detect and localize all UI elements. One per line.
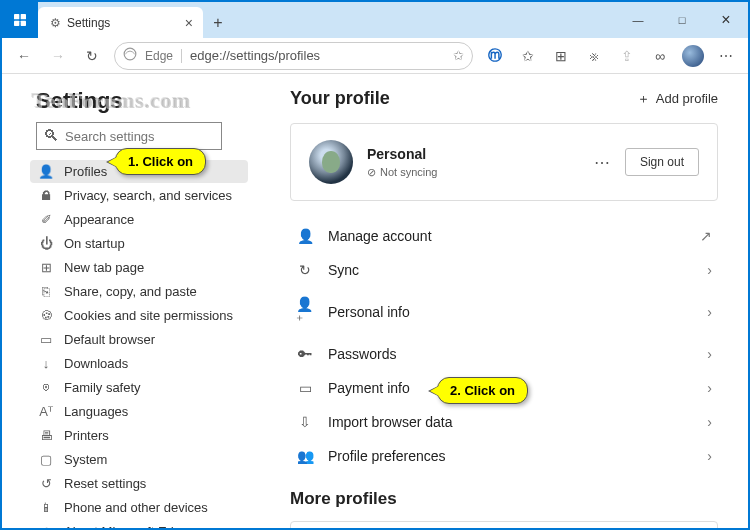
sidebar-item-system[interactable]: ▢System bbox=[30, 448, 248, 471]
minimize-button[interactable]: — bbox=[616, 2, 660, 38]
sidebar-item-printers[interactable]: 🖶︎Printers bbox=[30, 424, 248, 447]
sidebar-item-privacy[interactable]: 🔒︎Privacy, search, and services bbox=[30, 184, 248, 207]
card-icon: ▭ bbox=[296, 380, 314, 396]
search-input[interactable] bbox=[65, 129, 233, 144]
sign-out-button[interactable]: Sign out bbox=[625, 148, 699, 176]
maximize-button[interactable]: □ bbox=[660, 2, 704, 38]
tab-title: Settings bbox=[67, 16, 110, 30]
import-icon: ⇩ bbox=[296, 414, 314, 430]
content-area: Your profile ＋ Add profile Personal ⊘ No… bbox=[266, 74, 748, 528]
svg-rect-0 bbox=[14, 14, 19, 19]
sidebar-item-languages[interactable]: AᵀLanguages bbox=[30, 400, 248, 423]
sidebar-item-reset[interactable]: ↺Reset settings bbox=[30, 472, 248, 495]
profile-more-button[interactable]: ⋯ bbox=[594, 153, 611, 172]
newtab-icon: ⊞ bbox=[38, 260, 54, 275]
svg-rect-2 bbox=[14, 21, 19, 26]
sidebar-item-downloads[interactable]: ↓Downloads bbox=[30, 352, 248, 375]
link-icon[interactable]: ∞ bbox=[644, 41, 676, 71]
favorites-icon[interactable]: ✩ bbox=[512, 41, 544, 71]
extension-malwarebytes-icon[interactable]: ⓜ bbox=[479, 41, 511, 71]
sidebar-item-cookies[interactable]: 🍪︎Cookies and site permissions bbox=[30, 304, 248, 327]
profile-avatar-small[interactable] bbox=[677, 41, 709, 71]
add-profile-button[interactable]: ＋ Add profile bbox=[637, 90, 718, 108]
url-text: edge://settings/profiles bbox=[190, 48, 445, 63]
settings-sidebar: Settings 🔍︎ 👤Profiles 🔒︎Privacy, search,… bbox=[2, 74, 266, 528]
option-manage-account[interactable]: 👤Manage account↗ bbox=[290, 219, 718, 253]
lock-icon: 🔒︎ bbox=[38, 188, 54, 203]
sidebar-item-newtab[interactable]: ⊞New tab page bbox=[30, 256, 248, 279]
language-icon: Aᵀ bbox=[38, 404, 54, 419]
personal-info-icon: 👤⁺ bbox=[296, 296, 314, 328]
menu-button[interactable]: ⋯ bbox=[710, 41, 742, 71]
external-link-icon: ↗ bbox=[700, 228, 712, 244]
edge-icon: ◔ bbox=[38, 524, 54, 528]
sidebar-item-default[interactable]: ▭Default browser bbox=[30, 328, 248, 351]
add-profile-label: Add profile bbox=[656, 91, 718, 106]
current-profile-card: Personal ⊘ Not syncing ⋯ Sign out bbox=[290, 123, 718, 201]
sidebar-item-label: Languages bbox=[64, 404, 128, 419]
sidebar-title: Settings bbox=[36, 88, 248, 114]
brush-icon: ✐ bbox=[38, 212, 54, 227]
chevron-right-icon: › bbox=[707, 448, 712, 464]
callout-step-1: 1. Click on bbox=[115, 148, 206, 175]
profile-options-list: 👤Manage account↗ ↻Sync› 👤⁺Personal info›… bbox=[290, 219, 718, 473]
chevron-right-icon: › bbox=[707, 304, 712, 320]
sidebar-item-startup[interactable]: ⏻On startup bbox=[30, 232, 248, 255]
option-sync[interactable]: ↻Sync› bbox=[290, 253, 718, 287]
option-profile-preferences[interactable]: 👥Profile preferences› bbox=[290, 439, 718, 473]
close-window-button[interactable]: × bbox=[704, 2, 748, 38]
option-label: Payment info bbox=[328, 380, 410, 396]
callout-step-2: 2. Click on bbox=[437, 377, 528, 404]
option-personal-info[interactable]: 👤⁺Personal info› bbox=[290, 287, 718, 337]
sidebar-item-appearance[interactable]: ✐Appearance bbox=[30, 208, 248, 231]
sidebar-item-label: Profiles bbox=[64, 164, 107, 179]
power-icon: ⏻ bbox=[38, 236, 54, 251]
option-label: Personal info bbox=[328, 304, 410, 320]
cookies-icon: 🍪︎ bbox=[38, 308, 54, 323]
sidebar-item-share[interactable]: ⎘Share, copy, and paste bbox=[30, 280, 248, 303]
page-title: Your profile bbox=[290, 88, 390, 109]
back-button[interactable]: ← bbox=[8, 41, 40, 71]
search-settings-box[interactable]: 🔍︎ bbox=[36, 122, 222, 150]
option-import[interactable]: ⇩Import browser data› bbox=[290, 405, 718, 439]
window-controls: — □ × bbox=[616, 2, 748, 38]
system-icon: ▢ bbox=[38, 452, 54, 467]
sidebar-item-label: Cookies and site permissions bbox=[64, 308, 233, 323]
sidebar-nav: 👤Profiles 🔒︎Privacy, search, and service… bbox=[30, 160, 248, 528]
close-tab-icon[interactable]: × bbox=[185, 15, 193, 31]
forward-button[interactable]: → bbox=[42, 41, 74, 71]
content-header: Your profile ＋ Add profile bbox=[290, 88, 718, 109]
option-label: Import browser data bbox=[328, 414, 453, 430]
option-label: Passwords bbox=[328, 346, 396, 362]
share-icon[interactable]: ⇪ bbox=[611, 41, 643, 71]
sidebar-item-label: Default browser bbox=[64, 332, 155, 347]
extensions-icon[interactable]: ⨳ bbox=[578, 41, 610, 71]
titlebar: ⚙ Settings × + — □ × bbox=[2, 2, 748, 38]
phone-icon: 📱︎ bbox=[38, 500, 54, 515]
tab-manager-icon bbox=[12, 12, 28, 28]
preferences-icon: 👥 bbox=[296, 448, 314, 464]
browser-icon: ▭ bbox=[38, 332, 54, 347]
browser-tab[interactable]: ⚙ Settings × bbox=[38, 7, 203, 38]
option-passwords[interactable]: 🔑︎Passwords› bbox=[290, 337, 718, 371]
profile-avatar bbox=[309, 140, 353, 184]
svg-point-4 bbox=[124, 48, 136, 60]
sidebar-item-label: On startup bbox=[64, 236, 125, 251]
address-bar[interactable]: Edge edge://settings/profiles ✩ bbox=[114, 42, 473, 70]
sidebar-item-phone[interactable]: 📱︎Phone and other devices bbox=[30, 496, 248, 519]
sidebar-item-label: Phone and other devices bbox=[64, 500, 208, 515]
profiles-icon: 👤 bbox=[38, 164, 54, 179]
sidebar-item-label: Reset settings bbox=[64, 476, 146, 491]
sidebar-item-family[interactable]: ៙Family safety bbox=[30, 376, 248, 399]
collections-icon[interactable]: ⊞ bbox=[545, 41, 577, 71]
gear-icon: ⚙ bbox=[50, 16, 61, 30]
favorite-star-icon[interactable]: ✩ bbox=[453, 48, 464, 63]
new-tab-button[interactable]: + bbox=[203, 7, 233, 38]
refresh-button[interactable]: ↻ bbox=[76, 41, 108, 71]
chevron-right-icon: › bbox=[707, 414, 712, 430]
family-icon: ៙ bbox=[38, 380, 54, 395]
profile-sync-status: ⊘ Not syncing bbox=[367, 166, 580, 179]
chevron-right-icon: › bbox=[707, 380, 712, 396]
app-icon-wrap[interactable] bbox=[2, 2, 38, 38]
sidebar-item-about[interactable]: ◔About Microsoft Edge bbox=[30, 520, 248, 528]
